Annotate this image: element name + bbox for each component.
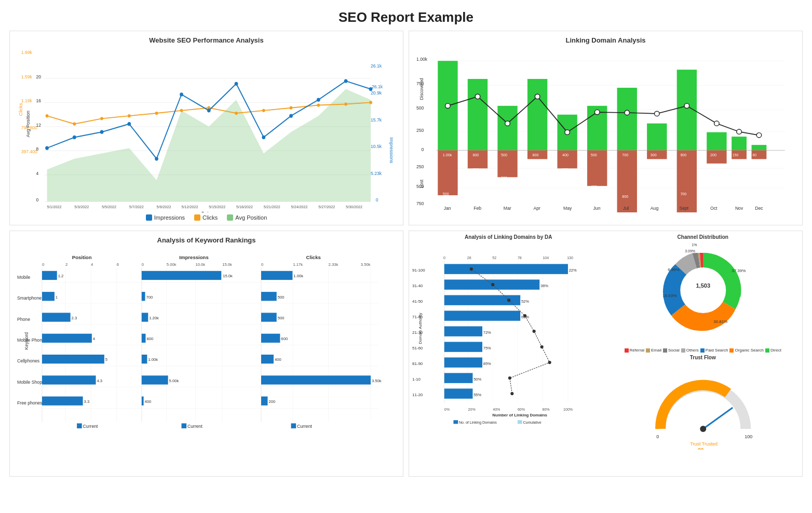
svg-text:20: 20	[36, 74, 41, 79]
svg-rect-128	[752, 145, 767, 150]
svg-text:10.5k: 10.5k	[371, 144, 382, 149]
svg-rect-233	[261, 334, 280, 343]
svg-text:1,503: 1,503	[696, 282, 710, 289]
svg-rect-124	[732, 137, 747, 150]
svg-text:700: 700	[146, 295, 153, 300]
svg-text:12: 12	[36, 123, 41, 128]
keyword-rankings-chart: Analysis of Keyword Rankings Position Im…	[9, 231, 403, 477]
svg-text:0: 0	[36, 197, 38, 203]
svg-text:50%: 50%	[473, 377, 481, 382]
legend-avgpos: Avg Position	[227, 214, 267, 221]
svg-text:Aug: Aug	[651, 206, 659, 211]
svg-text:100: 100	[733, 160, 738, 164]
legend-clicks: Clicks	[194, 214, 218, 221]
svg-text:5/3/2022: 5/3/2022	[74, 204, 89, 209]
svg-text:300: 300	[651, 153, 657, 157]
svg-text:Oct: Oct	[710, 206, 718, 211]
svg-rect-231	[261, 313, 277, 321]
svg-text:Mobile: Mobile	[17, 275, 31, 280]
svg-text:3.50k: 3.50k	[361, 262, 371, 267]
svg-text:200: 200	[710, 153, 716, 157]
svg-text:0: 0	[422, 147, 424, 152]
svg-point-299	[540, 345, 544, 348]
svg-text:500: 500	[416, 105, 424, 111]
svg-point-44	[155, 112, 158, 115]
clicks-color	[194, 214, 200, 221]
svg-text:15.7k: 15.7k	[371, 117, 382, 122]
svg-rect-313	[518, 420, 522, 424]
svg-point-58	[180, 92, 183, 96]
svg-point-56	[127, 122, 131, 126]
svg-text:500: 500	[443, 192, 449, 196]
svg-point-61	[262, 136, 265, 139]
svg-text:Jul: Jul	[623, 206, 629, 211]
svg-text:10.0k: 10.0k	[195, 262, 205, 267]
svg-rect-286	[444, 357, 482, 367]
svg-text:700: 700	[680, 192, 686, 196]
svg-rect-289	[444, 373, 473, 383]
svg-rect-292	[444, 388, 473, 398]
svg-text:Discovered: Discovered	[419, 78, 424, 100]
svg-point-57	[155, 157, 158, 160]
svg-rect-245	[291, 423, 296, 428]
svg-rect-215	[142, 292, 145, 301]
bottom-right-panel: Channel Distribution	[409, 231, 803, 477]
svg-text:Feb: Feb	[473, 206, 481, 211]
svg-rect-205	[42, 334, 92, 343]
svg-text:4: 4	[36, 170, 38, 176]
svg-text:40%: 40%	[493, 408, 500, 411]
svg-text:Smartphone: Smartphone	[17, 295, 42, 301]
svg-text:250: 250	[416, 164, 424, 169]
svg-rect-112	[647, 124, 667, 151]
svg-point-51	[344, 102, 347, 105]
svg-text:60%: 60%	[518, 408, 525, 411]
svg-point-298	[533, 330, 536, 333]
svg-point-134	[505, 121, 510, 126]
svg-text:Impressions: Impressions	[389, 137, 394, 164]
svg-rect-237	[261, 375, 371, 384]
impressions-label: Impressions	[154, 214, 185, 221]
svg-text:1.17k: 1.17k	[293, 262, 303, 267]
donut-legend: Referral Email Social Others Paid Search…	[607, 348, 800, 353]
svg-point-60	[235, 82, 238, 86]
svg-text:1.99k: 1.99k	[21, 50, 33, 55]
svg-rect-120	[707, 132, 726, 151]
svg-rect-203	[42, 313, 71, 321]
seo-chart-wrap: 1.99k 1.59k 1.19k 794.800 397.400 0 4 8 …	[17, 46, 396, 212]
svg-rect-199	[42, 271, 57, 280]
svg-text:Position: Position	[72, 254, 92, 260]
svg-point-296	[507, 299, 510, 302]
svg-text:200: 200	[472, 168, 479, 172]
svg-rect-213	[142, 271, 221, 280]
svg-point-316	[700, 426, 706, 432]
svg-point-138	[625, 110, 630, 115]
avgpos-color	[227, 214, 233, 221]
svg-text:5/27/2022: 5/27/2022	[318, 204, 335, 209]
svg-text:500: 500	[278, 295, 285, 300]
svg-text:130: 130	[567, 256, 573, 260]
svg-rect-209	[42, 375, 96, 384]
svg-text:5.23k: 5.23k	[371, 170, 382, 176]
svg-point-41	[73, 123, 76, 126]
kw-svg: Position Impressions Clicks 0 2 4 6 0 5.…	[17, 246, 396, 438]
svg-rect-283	[444, 342, 482, 352]
svg-text:400: 400	[591, 185, 597, 189]
svg-point-139	[655, 111, 660, 116]
svg-text:Clicks: Clicks	[306, 254, 321, 260]
svg-text:3.50k: 3.50k	[372, 379, 382, 383]
svg-text:15.0k: 15.0k	[223, 274, 233, 278]
svg-text:5/1/2022: 5/1/2022	[47, 204, 62, 209]
svg-text:250: 250	[416, 128, 424, 133]
svg-text:80: 80	[698, 448, 704, 450]
svg-text:5/12/2022: 5/12/2022	[182, 204, 198, 209]
svg-point-136	[565, 130, 570, 134]
svg-text:Jan: Jan	[444, 206, 451, 211]
svg-point-59	[207, 109, 211, 112]
svg-text:22%: 22%	[569, 268, 577, 273]
svg-rect-93	[497, 150, 517, 177]
svg-text:20.9k: 20.9k	[371, 90, 382, 96]
seo-chart-title: Website SEO Performance Analysis	[17, 36, 396, 44]
svg-text:6.99%: 6.99%	[668, 267, 680, 272]
svg-rect-92	[497, 106, 517, 151]
svg-text:0: 0	[42, 262, 44, 267]
